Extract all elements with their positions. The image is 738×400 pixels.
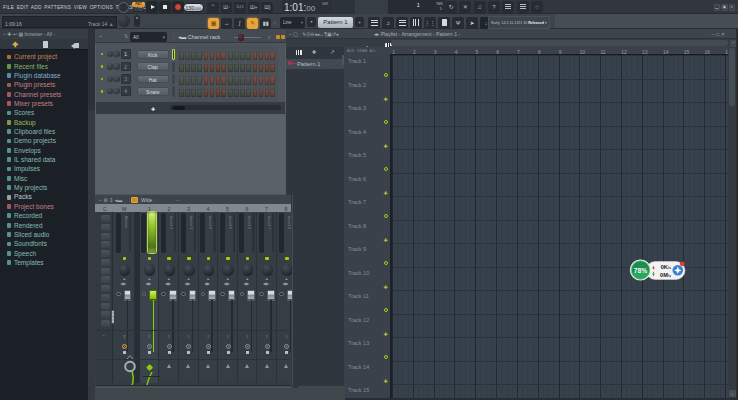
svg-text:78%: 78% [634,267,648,274]
